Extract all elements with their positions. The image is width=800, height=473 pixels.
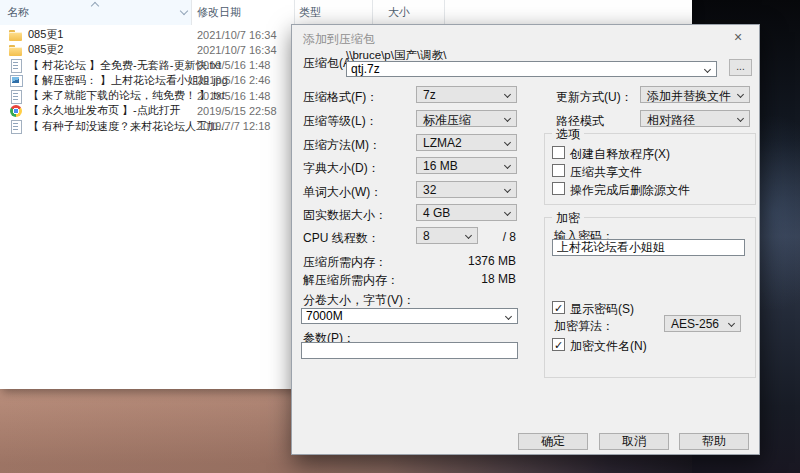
file-name: 085更1 xyxy=(28,27,63,42)
file-date: 2019/5/16 1:48 xyxy=(197,90,270,102)
column-header-date-label: 修改日期 xyxy=(197,5,241,20)
chevron-down-icon xyxy=(504,209,511,216)
dict-size-combo[interactable]: 16 MB xyxy=(416,157,517,174)
chevron-down-icon xyxy=(504,139,511,146)
chevron-down-icon xyxy=(465,232,472,239)
level-label: 压缩等级(L)： xyxy=(303,113,378,130)
format-value: 7z xyxy=(423,88,436,102)
cpu-threads-combo[interactable]: 8 xyxy=(416,227,478,244)
encrypt-filenames-label: 加密文件名(N) xyxy=(570,338,647,355)
folder-icon xyxy=(9,43,23,57)
format-label: 压缩格式(F)： xyxy=(303,89,378,106)
password-input[interactable] xyxy=(552,239,745,256)
encrypt-filenames-checkbox[interactable]: ✓ xyxy=(552,338,565,351)
cpu-threads-value: 8 xyxy=(423,229,430,243)
solid-size-value: 4 GB xyxy=(423,206,450,220)
method-value: LZMA2 xyxy=(423,136,462,150)
word-size-value: 32 xyxy=(423,183,436,197)
encryption-method-combo[interactable]: AES-256 xyxy=(664,315,741,332)
text-file-icon xyxy=(9,89,23,103)
browse-button[interactable]: ... xyxy=(729,59,752,76)
archive-name-input[interactable] xyxy=(347,62,716,76)
level-combo[interactable]: 标准压缩 xyxy=(416,110,517,127)
column-header-name-label: 名称 xyxy=(7,5,29,20)
dict-size-label: 字典大小(D)： xyxy=(303,160,380,177)
word-size-label: 单词大小(W)： xyxy=(303,184,382,201)
file-date: 2019/5/16 1:48 xyxy=(197,59,270,71)
cpu-threads-max: / 8 xyxy=(478,230,516,244)
solid-size-label: 固实数据大小： xyxy=(303,207,387,224)
options-group-title: 选项 xyxy=(552,126,584,143)
mem-compress-value: 1376 MB xyxy=(416,254,516,268)
show-password-checkbox[interactable]: ✓ xyxy=(552,301,565,314)
method-combo[interactable]: LZMA2 xyxy=(416,134,517,151)
chevron-down-icon xyxy=(728,320,735,327)
cancel-button[interactable]: 取消 xyxy=(599,433,669,450)
column-header-date[interactable]: 修改日期 xyxy=(192,0,295,25)
chevron-down-icon xyxy=(504,162,511,169)
archive-name-combo[interactable] xyxy=(346,61,717,77)
level-value: 标准压缩 xyxy=(423,113,471,127)
format-combo[interactable]: 7z xyxy=(416,86,517,103)
column-header-type[interactable]: 类型 xyxy=(295,0,373,25)
file-date: 2021/10/7 16:34 xyxy=(197,29,277,41)
encryption-method-label: 加密算法： xyxy=(554,318,614,335)
file-name: 085更2 xyxy=(28,42,63,57)
close-icon[interactable]: × xyxy=(727,29,749,45)
update-mode-value: 添加并替换文件 xyxy=(647,89,731,103)
add-to-archive-dialog: 添加到压缩包 × 压缩包(A)： \\bruce\p\国产\调教\ ... 压缩… xyxy=(291,24,760,455)
volume-size-combo[interactable] xyxy=(301,308,518,324)
text-file-icon xyxy=(9,58,23,72)
chrome-icon xyxy=(9,104,23,118)
dict-size-value: 16 MB xyxy=(423,159,458,173)
chevron-down-icon xyxy=(504,115,511,122)
path-mode-combo[interactable]: 相对路径 xyxy=(640,110,750,127)
show-password-label: 显示密码(S) xyxy=(570,301,634,318)
chevron-down-icon xyxy=(737,91,744,98)
file-name: 【 村花论坛 】全免费-无套路-更新快.txt xyxy=(28,58,221,73)
share-files-checkbox[interactable] xyxy=(552,164,565,177)
update-mode-combo[interactable]: 添加并替换文件 xyxy=(640,86,750,103)
update-mode-label: 更新方式(U)： xyxy=(556,89,633,106)
mem-decompress-label: 解压缩所需内存： xyxy=(303,272,399,289)
file-name: 【 来了就能下载的论坛，纯免费！ 】.txt xyxy=(28,88,225,103)
delete-after-checkbox[interactable] xyxy=(552,182,565,195)
column-header-type-label: 类型 xyxy=(299,5,321,20)
folder-icon xyxy=(9,28,23,42)
delete-after-label: 操作完成后删除源文件 xyxy=(570,182,690,199)
encryption-group-title: 加密 xyxy=(552,210,584,227)
mem-decompress-value: 18 MB xyxy=(416,272,516,286)
parameters-input[interactable] xyxy=(301,342,518,359)
encryption-method-value: AES-256 xyxy=(671,317,719,331)
volume-size-label: 分卷大小，字节(V)： xyxy=(303,292,415,309)
image-file-icon xyxy=(9,73,23,87)
desktop: 名称 修改日期 类型 大小 085更1 2021/10/7 16:34 085更… xyxy=(0,0,800,473)
chevron-down-icon xyxy=(737,115,744,122)
method-label: 压缩方法(M)： xyxy=(303,137,381,154)
volume-size-input[interactable] xyxy=(302,309,517,323)
help-button[interactable]: 帮助 xyxy=(679,433,749,450)
word-size-combo[interactable]: 32 xyxy=(416,181,517,198)
file-date: 2019/5/16 2:46 xyxy=(197,74,270,86)
chevron-down-icon xyxy=(504,91,511,98)
solid-size-combo[interactable]: 4 GB xyxy=(416,204,517,221)
chevron-down-icon xyxy=(504,186,511,193)
path-mode-value: 相对路径 xyxy=(647,113,695,127)
dialog-title: 添加到压缩包 xyxy=(303,31,375,48)
cpu-threads-label: CPU 线程数： xyxy=(303,230,380,247)
file-date: 2019/5/15 22:58 xyxy=(197,105,277,117)
file-date: 2021/10/7 16:34 xyxy=(197,44,277,56)
file-name: 【 永久地址发布页 】-点此打开 xyxy=(28,103,181,118)
column-header-size-label: 大小 xyxy=(388,5,410,20)
mem-compress-label: 压缩所需内存： xyxy=(303,254,387,271)
column-header-size[interactable]: 大小 xyxy=(373,0,445,25)
ok-button[interactable]: 确定 xyxy=(518,433,588,450)
share-files-label: 压缩共享文件 xyxy=(570,164,642,181)
create-sfx-label: 创建自释放程序(X) xyxy=(570,146,670,163)
create-sfx-checkbox[interactable] xyxy=(552,146,565,159)
file-date: 2019/7/7 12:18 xyxy=(197,120,270,132)
text-file-icon xyxy=(9,119,23,133)
